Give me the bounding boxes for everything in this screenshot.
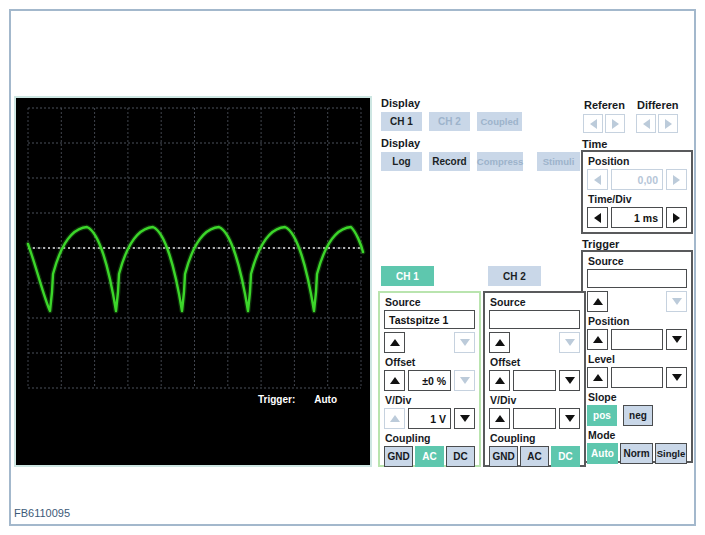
reference-prev-button[interactable] [583,114,603,133]
trigger-level-value [611,367,663,388]
ch1-dc-button[interactable]: DC [446,446,475,467]
timediv-row: 1 ms [587,207,687,228]
trigger-level-row [587,367,687,388]
display-coupled-button[interactable]: Coupled [477,112,522,131]
spacer [513,332,556,353]
ch2-source-input[interactable] [489,310,580,329]
spacer [611,291,663,312]
trigger-source-down-button[interactable] [666,291,687,312]
ch1-vdiv-down-button[interactable] [454,408,475,429]
time-label: Time [582,138,607,150]
mode-norm-button[interactable]: Norm [620,443,653,464]
trigger-source-input[interactable] [587,269,687,288]
ch1-offset-row: ±0 % [384,370,475,391]
down-arrow-icon [672,374,682,381]
ch2-vdiv-value [513,408,556,429]
trigger-position-label: Position [588,315,687,327]
up-arrow-icon [390,339,400,346]
ch2-coupling-row: GND AC DC [489,446,580,467]
trigger-mode-row: Auto Norm Single [587,443,687,464]
ch2-vdiv-label: V/Div [490,394,580,406]
ch1-tab[interactable]: CH 1 [381,266,434,286]
ch2-vdiv-down-button[interactable] [559,408,580,429]
differential-nav [636,114,678,133]
ch2-source-down-button[interactable] [559,332,580,353]
ch2-tab[interactable]: CH 2 [488,266,541,286]
up-arrow-icon [495,339,505,346]
ch2-offset-row [489,370,580,391]
trigger-position-up-button[interactable] [587,329,608,350]
trigger-source-up-button[interactable] [587,291,608,312]
left-arrow-icon [594,175,601,185]
timediv-increase-button[interactable] [666,207,687,228]
mode-single-button[interactable]: Single [655,443,687,464]
right-arrow-icon [673,213,680,223]
spacer [408,332,451,353]
down-arrow-icon [672,298,682,305]
stimuli-button[interactable]: Stimuli [537,152,580,171]
trigger-level-down-button[interactable] [666,367,687,388]
ch1-source-down-button[interactable] [454,332,475,353]
trigger-source-label: Source [588,255,687,267]
trigger-panel: Source Position Level Slope pos neg Mode… [581,250,693,463]
ch2-vdiv-up-button[interactable] [489,408,510,429]
ch2-vdiv-row [489,408,580,429]
trigger-position-down-button[interactable] [666,329,687,350]
ch1-source-label: Source [385,296,475,308]
trigger-level-label: Level [588,353,687,365]
ch2-offset-value [513,370,556,391]
time-position-decrease-button[interactable] [587,169,608,190]
differential-prev-button[interactable] [636,114,656,133]
ch2-gnd-button[interactable]: GND [489,446,518,467]
ch2-offset-label: Offset [490,356,580,368]
slope-pos-button[interactable]: pos [587,405,617,426]
ch2-dc-button[interactable]: DC [551,446,580,467]
timediv-label: Time/Div [588,193,687,205]
up-arrow-icon [593,336,603,343]
right-arrow-icon [612,119,619,129]
compress-button[interactable]: Compress [477,152,523,171]
record-button[interactable]: Record [429,152,470,171]
ch1-source-input[interactable]: Tastspitze 1 [384,310,475,329]
ch1-offset-down-button[interactable] [454,370,475,391]
up-arrow-icon [593,374,603,381]
trigger-source-stepper-row [587,291,687,312]
display-ch1-button[interactable]: CH 1 [381,112,422,131]
reference-next-button[interactable] [605,114,625,133]
down-arrow-icon [460,377,470,384]
trigger-level-up-button[interactable] [587,367,608,388]
ch1-vdiv-up-button[interactable] [384,408,405,429]
trigger-readout-label: Trigger: [258,394,295,405]
timediv-decrease-button[interactable] [587,207,608,228]
ch1-offset-value: ±0 % [408,370,451,391]
down-arrow-icon [460,339,470,346]
reference-label: Referen [584,99,625,111]
down-arrow-icon [565,339,575,346]
ch2-offset-down-button[interactable] [559,370,580,391]
ch1-offset-up-button[interactable] [384,370,405,391]
ch1-ac-button[interactable]: AC [415,446,444,467]
trigger-position-value [611,329,663,350]
time-position-value: 0,00 [611,169,663,190]
slope-neg-button[interactable]: neg [623,405,653,426]
trigger-position-row [587,329,687,350]
down-arrow-icon [565,377,575,384]
trigger-readout: Trigger: Auto [258,394,337,405]
ch1-gnd-button[interactable]: GND [384,446,413,467]
trigger-readout-mode: Auto [314,394,337,405]
ch2-ac-button[interactable]: AC [520,446,549,467]
log-button[interactable]: Log [381,152,422,171]
figure-code: FB6110095 [14,507,70,519]
ch2-source-up-button[interactable] [489,332,510,353]
display-ch2-button[interactable]: CH 2 [429,112,470,131]
differential-next-button[interactable] [658,114,678,133]
time-position-row: 0,00 [587,169,687,190]
ch2-offset-up-button[interactable] [489,370,510,391]
ch1-source-up-button[interactable] [384,332,405,353]
mode-auto-button[interactable]: Auto [587,443,618,464]
time-position-increase-button[interactable] [666,169,687,190]
oscilloscope-display: Trigger: Auto [14,96,372,467]
up-arrow-icon [495,377,505,384]
ch2-coupling-label: Coupling [490,432,580,444]
down-arrow-icon [672,336,682,343]
